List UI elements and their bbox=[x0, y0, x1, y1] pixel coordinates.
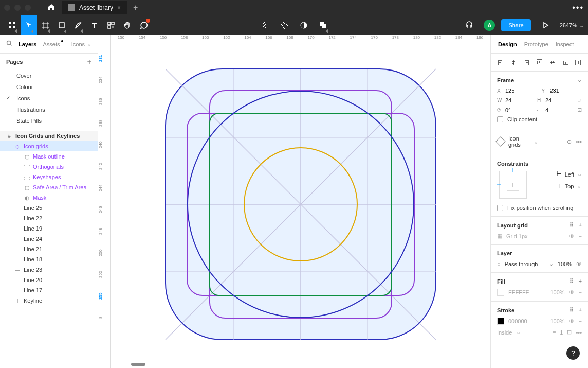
stroke-per-side-icon[interactable]: ⊡ bbox=[567, 329, 572, 336]
minimize-window[interactable] bbox=[14, 5, 21, 11]
layer-item[interactable]: —Line 23 bbox=[0, 265, 98, 275]
boolean-ops-button[interactable] bbox=[315, 15, 332, 35]
move-tool[interactable] bbox=[21, 15, 37, 35]
stroke-more-icon[interactable]: ••• bbox=[576, 329, 582, 336]
align-left-icon[interactable] bbox=[496, 58, 505, 67]
add-page-button[interactable]: + bbox=[87, 58, 91, 66]
fill-styles-icon[interactable]: ⠿ bbox=[569, 278, 574, 285]
stroke-opacity-input[interactable]: 100% bbox=[550, 318, 564, 324]
pen-tool[interactable] bbox=[70, 15, 86, 35]
blend-mode-select[interactable]: Pass through bbox=[505, 261, 545, 267]
assets-tab[interactable]: Assets bbox=[43, 41, 60, 47]
selected-layer[interactable]: ◇ Icon grids bbox=[0, 141, 98, 151]
mask-button[interactable] bbox=[296, 15, 312, 35]
layer-item[interactable]: ▢Safe Area / Trim Area bbox=[0, 182, 98, 192]
hand-tool[interactable] bbox=[119, 15, 136, 35]
y-input[interactable] bbox=[550, 87, 571, 94]
remove-stroke-icon[interactable]: − bbox=[579, 318, 582, 324]
layer-item[interactable]: ⋮⋮Orthogonals bbox=[0, 162, 98, 172]
help-button[interactable]: ? bbox=[566, 346, 580, 360]
create-component-button[interactable] bbox=[256, 15, 273, 35]
stroke-align-select[interactable]: Inside bbox=[497, 329, 512, 336]
page-selector[interactable]: Icons ⌄ bbox=[71, 41, 91, 47]
remove-fill-icon[interactable]: − bbox=[579, 289, 582, 295]
page-item[interactable]: Illustrations bbox=[0, 104, 98, 115]
more-menu-icon[interactable]: ••• bbox=[572, 3, 584, 12]
clip-content-checkbox[interactable] bbox=[497, 116, 503, 122]
layer-item[interactable]: TKeyline bbox=[0, 295, 98, 306]
align-vcenter-icon[interactable] bbox=[548, 58, 557, 67]
canvas[interactable]: 231 234 236 238 240 242 244 246 248 250 … bbox=[98, 35, 490, 368]
text-tool[interactable] bbox=[86, 15, 103, 35]
chevron-down-icon[interactable]: ⌄ bbox=[577, 77, 582, 83]
align-top-icon[interactable] bbox=[535, 58, 544, 67]
layer-item[interactable]: —Line 17 bbox=[0, 285, 98, 295]
search-icon[interactable] bbox=[6, 40, 12, 48]
style-target-icon[interactable]: ⊕ bbox=[567, 138, 572, 145]
grid-visibility-icon[interactable]: 👁 bbox=[569, 233, 575, 239]
close-window[interactable] bbox=[4, 5, 10, 11]
layer-item[interactable]: │Line 18 bbox=[0, 254, 98, 265]
align-hcenter-icon[interactable] bbox=[509, 58, 518, 67]
home-icon[interactable] bbox=[47, 3, 56, 13]
comment-tool[interactable] bbox=[136, 15, 152, 35]
link-dimensions-icon[interactable]: ⊃ bbox=[577, 97, 582, 103]
align-bottom-icon[interactable] bbox=[561, 58, 569, 67]
layer-item[interactable]: │Line 21 bbox=[0, 244, 98, 254]
stroke-visibility-icon[interactable]: 👁 bbox=[569, 318, 575, 324]
fill-visibility-icon[interactable]: 👁 bbox=[569, 289, 575, 295]
page-item[interactable]: State Pills bbox=[0, 115, 98, 127]
prototype-tab[interactable]: Prototype bbox=[524, 41, 548, 47]
fill-opacity-input[interactable]: 100% bbox=[550, 289, 564, 295]
frame-layer[interactable]: # Icon Grids and Keylines bbox=[0, 131, 98, 141]
visibility-icon[interactable]: 👁 bbox=[576, 261, 582, 267]
layer-item[interactable]: ▢Mask outline bbox=[0, 151, 98, 162]
radius-input[interactable] bbox=[545, 107, 566, 113]
layer-item[interactable]: │Line 19 bbox=[0, 223, 98, 234]
maximize-window[interactable] bbox=[25, 5, 31, 11]
share-button[interactable]: Share bbox=[501, 19, 530, 31]
stroke-hex-input[interactable]: 000000 bbox=[508, 318, 546, 324]
main-menu-button[interactable] bbox=[4, 15, 21, 35]
style-name[interactable]: Icon grids bbox=[508, 135, 529, 148]
fill-swatch[interactable] bbox=[497, 289, 504, 296]
layer-item[interactable]: │Line 22 bbox=[0, 213, 98, 223]
icon-grid-artwork[interactable] bbox=[164, 68, 437, 341]
layers-tab[interactable]: Layers bbox=[19, 41, 36, 47]
constraint-h-select[interactable]: ⊢Left⌄ bbox=[557, 171, 582, 178]
layer-item[interactable]: ⋮⋮Keyshapes bbox=[0, 172, 98, 182]
independent-corners-icon[interactable]: ⊡ bbox=[577, 107, 582, 113]
layer-item[interactable]: —Line 20 bbox=[0, 275, 98, 285]
close-tab-icon[interactable]: × bbox=[117, 4, 121, 11]
grid-value[interactable]: Grid 1px bbox=[506, 233, 565, 239]
zoom-control[interactable]: 2647%⌄ bbox=[560, 22, 584, 29]
file-tab[interactable]: Asset library × bbox=[62, 1, 127, 14]
add-fill-icon[interactable]: + bbox=[579, 278, 582, 285]
rotation-input[interactable] bbox=[505, 107, 526, 113]
grid-styles-icon[interactable]: ⠿ bbox=[569, 222, 574, 229]
height-input[interactable] bbox=[545, 97, 566, 103]
layer-item[interactable]: │Line 25 bbox=[0, 203, 98, 213]
horizontal-scrollbar[interactable] bbox=[131, 363, 145, 366]
constraints-widget[interactable]: + bbox=[499, 171, 527, 199]
distribute-icon[interactable] bbox=[574, 58, 583, 67]
layer-item[interactable]: │Line 24 bbox=[0, 234, 98, 244]
page-item[interactable]: Icons bbox=[0, 93, 98, 104]
constraint-v-select[interactable]: ⊤Top⌄ bbox=[557, 183, 582, 189]
add-grid-icon[interactable]: + bbox=[579, 222, 582, 229]
width-input[interactable] bbox=[505, 97, 526, 103]
style-more-icon[interactable]: ••• bbox=[576, 138, 582, 145]
opacity-input[interactable]: 100% bbox=[558, 261, 572, 267]
fill-hex-input[interactable]: FFFFFF bbox=[508, 289, 546, 295]
x-input[interactable] bbox=[505, 87, 526, 94]
stroke-styles-icon[interactable]: ⠿ bbox=[569, 307, 574, 313]
fix-scroll-checkbox[interactable] bbox=[497, 205, 503, 211]
present-button[interactable] bbox=[537, 15, 554, 35]
page-item[interactable]: Colour bbox=[0, 81, 98, 93]
audio-icon[interactable] bbox=[461, 15, 477, 35]
align-right-icon[interactable] bbox=[522, 58, 531, 67]
create-multiple-components-button[interactable] bbox=[276, 15, 292, 35]
add-tab-button[interactable]: + bbox=[133, 3, 138, 12]
user-avatar[interactable]: A bbox=[484, 20, 495, 31]
frame-tool[interactable] bbox=[37, 15, 53, 35]
